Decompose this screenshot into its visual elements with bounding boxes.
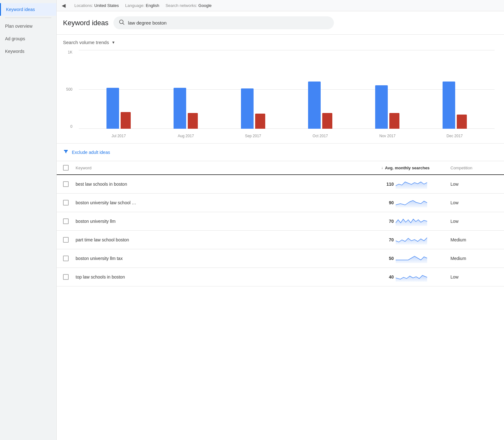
x-label-3: Oct 2017 bbox=[287, 134, 354, 138]
exclude-adult-link[interactable]: Exclude adult ideas bbox=[72, 150, 110, 155]
table-row[interactable]: best law schools in boston 110 Low bbox=[57, 175, 504, 194]
bar-blue-3 bbox=[308, 82, 321, 129]
bar-group-dec-2017 bbox=[421, 82, 488, 129]
y-label-0: 0 bbox=[70, 124, 72, 129]
sidebar-item-ad-groups[interactable]: Ad groups bbox=[0, 32, 56, 45]
networks-label: Search networks: bbox=[165, 3, 197, 8]
chart-section: Search volume trends ▼ 1K 500 0 bbox=[57, 35, 504, 144]
row-checkbox-col bbox=[63, 218, 76, 224]
chart-title: Search volume trends bbox=[63, 40, 109, 45]
row-checkbox-5[interactable] bbox=[63, 274, 69, 280]
y-label-1k: 1K bbox=[68, 50, 72, 54]
row-checkbox-0[interactable] bbox=[63, 181, 69, 187]
table-row[interactable]: boston university law school … 90 Low bbox=[57, 194, 504, 212]
sparkline-5 bbox=[396, 272, 427, 282]
row-checkbox-col bbox=[63, 181, 76, 187]
sidebar-item-keywords[interactable]: Keywords bbox=[0, 45, 56, 58]
row-checkbox-col bbox=[63, 256, 76, 261]
table-row[interactable]: part time law school boston 70 Medium bbox=[57, 231, 504, 249]
networks-item: Search networks: Google bbox=[165, 3, 211, 8]
chart-dropdown-icon[interactable]: ▼ bbox=[112, 40, 115, 45]
sidebar-item-keyword-ideas[interactable]: Keyword ideas bbox=[0, 3, 56, 16]
header-checkbox[interactable] bbox=[63, 165, 69, 171]
bar-red-1 bbox=[188, 113, 198, 129]
row-searches-0: 110 bbox=[381, 179, 450, 189]
page-header: Keyword ideas bbox=[57, 11, 504, 35]
language-value: English bbox=[146, 3, 159, 8]
row-checkbox-3[interactable] bbox=[63, 237, 69, 243]
row-competition-0: Low bbox=[450, 182, 498, 187]
svg-line-1 bbox=[123, 23, 124, 25]
row-keyword-3: part time law school boston bbox=[76, 237, 381, 242]
search-icon bbox=[118, 19, 125, 27]
header-keyword-col: Keyword bbox=[76, 166, 381, 170]
sort-arrow-icon: ↓ bbox=[381, 166, 383, 170]
svg-point-0 bbox=[120, 20, 123, 24]
row-keyword-4: boston university llm tax bbox=[76, 256, 381, 261]
keyword-search-input[interactable] bbox=[128, 20, 329, 25]
sidebar: Keyword ideas Plan overview Ad groups Ke… bbox=[0, 0, 57, 440]
bars-container bbox=[79, 50, 495, 129]
top-bar: ◀ Locations: United States Language: Eng… bbox=[57, 0, 504, 11]
header-searches-label: Avg. monthly searches bbox=[385, 166, 430, 170]
x-label-4: Nov 2017 bbox=[354, 134, 421, 138]
row-checkbox-4[interactable] bbox=[63, 256, 69, 261]
bar-group-aug-2017 bbox=[152, 88, 219, 129]
row-searches-3: 70 bbox=[381, 235, 450, 245]
bar-group-oct-2017 bbox=[287, 82, 354, 129]
header-keyword-label: Keyword bbox=[76, 166, 92, 170]
x-label-5: Dec 2017 bbox=[421, 134, 488, 138]
x-label-0: Jul 2017 bbox=[85, 134, 152, 138]
bar-blue-5 bbox=[443, 82, 455, 129]
header-competition-label: Competition bbox=[450, 166, 472, 170]
bar-blue-0 bbox=[106, 88, 119, 129]
table-header: Keyword ↓ Avg. monthly searches Competit… bbox=[57, 161, 504, 175]
row-keyword-1: boston university law school … bbox=[76, 200, 381, 205]
table-row[interactable]: boston university llm tax 50 Medium bbox=[57, 249, 504, 268]
table-row[interactable]: top law schools in boston 40 Low bbox=[57, 268, 504, 286]
row-competition-2: Low bbox=[450, 219, 498, 224]
language-item: Language: English bbox=[125, 3, 159, 8]
bar-blue-2 bbox=[241, 88, 254, 129]
sparkline-0 bbox=[396, 179, 427, 189]
row-checkbox-col bbox=[63, 200, 76, 206]
row-searches-5: 40 bbox=[381, 272, 450, 282]
networks-value: Google bbox=[198, 3, 212, 8]
table-row[interactable]: boston university llm 70 Low bbox=[57, 212, 504, 231]
sparkline-2 bbox=[396, 217, 427, 226]
bar-red-4 bbox=[389, 113, 399, 129]
sidebar-item-plan-overview[interactable]: Plan overview bbox=[0, 20, 56, 32]
bar-group-jul-2017 bbox=[85, 88, 152, 129]
header-searches-col[interactable]: ↓ Avg. monthly searches bbox=[381, 166, 450, 170]
row-checkbox-1[interactable] bbox=[63, 200, 69, 206]
row-competition-5: Low bbox=[450, 274, 498, 279]
sparkline-3 bbox=[396, 235, 427, 245]
row-searches-1: 90 bbox=[381, 198, 450, 207]
location-item: Locations: United States bbox=[74, 3, 119, 8]
filter-section: Exclude adult ideas bbox=[57, 144, 504, 161]
row-keyword-0: best law schools in boston bbox=[76, 182, 381, 187]
language-label: Language: bbox=[125, 3, 144, 8]
row-searches-4: 50 bbox=[381, 254, 450, 263]
header-checkbox-col bbox=[63, 165, 76, 171]
sparkline-4 bbox=[396, 254, 427, 263]
chart-area: 1K 500 0 Jul 2017Aug 2017Sep 2017Oct 201… bbox=[79, 50, 495, 138]
filter-icon bbox=[63, 149, 69, 156]
bar-blue-1 bbox=[174, 88, 186, 129]
bar-group-nov-2017 bbox=[354, 85, 421, 129]
bar-red-0 bbox=[121, 112, 131, 129]
row-checkbox-2[interactable] bbox=[63, 218, 69, 224]
row-checkbox-col bbox=[63, 237, 76, 243]
search-bar[interactable] bbox=[113, 16, 334, 29]
y-label-500: 500 bbox=[66, 87, 72, 92]
table-body: best law schools in boston 110 Low bbox=[57, 175, 504, 286]
main-content: ◀ Locations: United States Language: Eng… bbox=[57, 0, 504, 440]
header-competition-col: Competition bbox=[450, 166, 498, 170]
sidebar-divider bbox=[5, 18, 51, 18]
x-label-2: Sep 2017 bbox=[220, 134, 287, 138]
bar-red-3 bbox=[322, 113, 332, 129]
row-keyword-2: boston university llm bbox=[76, 219, 381, 224]
back-button[interactable]: ◀ bbox=[62, 3, 66, 8]
bar-blue-4 bbox=[375, 85, 388, 129]
row-keyword-5: top law schools in boston bbox=[76, 274, 381, 279]
